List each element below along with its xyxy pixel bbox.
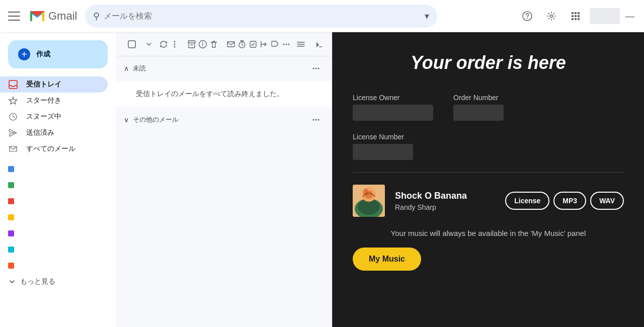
avatar[interactable] bbox=[590, 8, 620, 24]
sidebar-item-tag2[interactable] bbox=[0, 177, 108, 193]
sent-label: 送信済み bbox=[26, 128, 54, 137]
svg-point-17 bbox=[174, 43, 176, 45]
gmail-logo: Gmail bbox=[28, 7, 77, 25]
more-label: もっと見る bbox=[20, 277, 55, 286]
license-owner-group: License Owner bbox=[353, 94, 433, 121]
mark-read-icon[interactable] bbox=[226, 36, 235, 52]
expand-icon bbox=[8, 278, 16, 286]
svg-point-37 bbox=[363, 189, 368, 196]
svg-rect-22 bbox=[250, 41, 256, 47]
svg-point-2 bbox=[527, 18, 528, 19]
snooze-icon bbox=[8, 112, 18, 122]
svg-point-27 bbox=[315, 68, 317, 69]
fields-row-2: License Number bbox=[353, 133, 624, 160]
other-section-header: ∨ その他のメール bbox=[116, 108, 332, 132]
delete-icon[interactable] bbox=[209, 36, 218, 52]
more-options-icon[interactable] bbox=[170, 36, 179, 52]
svg-point-23 bbox=[283, 43, 285, 45]
other-more-icon[interactable] bbox=[308, 112, 324, 128]
sidebar-item-tag5[interactable] bbox=[0, 225, 108, 241]
snooze-toolbar-icon[interactable] bbox=[237, 36, 247, 52]
content-area: あ ∧ 未読 受信トレイのメールをすべて読み終えました。 bbox=[116, 32, 332, 327]
svg-point-24 bbox=[286, 43, 287, 45]
snoozed-label: スヌーズ中 bbox=[26, 112, 61, 121]
sidebar-item-starred[interactable]: スター付き bbox=[0, 93, 108, 109]
all-mail-label: すべてのメール bbox=[26, 144, 75, 153]
svg-point-29 bbox=[313, 119, 314, 121]
report-spam-icon[interactable] bbox=[198, 36, 207, 52]
svg-point-3 bbox=[550, 15, 553, 18]
email-list-area: ∧ 未読 受信トレイのメールをすべて読み終えました。 ∨ その他のメール bbox=[116, 56, 332, 327]
wav-button[interactable]: WAV bbox=[590, 192, 624, 210]
search-dropdown-icon[interactable]: ▾ bbox=[425, 11, 429, 22]
compose-button[interactable]: + 作成 bbox=[8, 40, 108, 68]
sidebar-item-tag4[interactable] bbox=[0, 209, 108, 225]
tag-color-7 bbox=[8, 263, 14, 269]
tag-color-1 bbox=[8, 166, 14, 172]
svg-point-28 bbox=[318, 68, 319, 69]
mp3-button[interactable]: MP3 bbox=[553, 192, 586, 210]
product-info: Shock O Banana Randy Sharp bbox=[395, 191, 495, 211]
select-all-checkbox[interactable] bbox=[124, 36, 140, 52]
search-bar[interactable]: ⚲ ▾ bbox=[85, 5, 437, 28]
svg-point-16 bbox=[174, 41, 176, 42]
sidebar-item-snoozed[interactable]: スヌーズ中 bbox=[0, 109, 108, 125]
apps-icon[interactable] bbox=[566, 6, 586, 26]
minimize-button[interactable]: — bbox=[624, 10, 636, 22]
inbox-icon bbox=[8, 79, 18, 90]
tag-color-6 bbox=[8, 247, 14, 253]
svg-rect-11 bbox=[575, 18, 577, 20]
svg-rect-7 bbox=[572, 15, 574, 17]
order-number-label: Order Number bbox=[453, 94, 504, 102]
svg-point-26 bbox=[313, 68, 314, 69]
svg-point-30 bbox=[315, 119, 317, 121]
sidebar-item-tag7[interactable] bbox=[0, 258, 108, 274]
task-icon[interactable] bbox=[249, 36, 258, 52]
tag-color-4 bbox=[8, 214, 14, 220]
svg-rect-4 bbox=[572, 12, 574, 14]
help-icon[interactable] bbox=[517, 6, 537, 26]
move-to-icon[interactable] bbox=[260, 36, 269, 52]
menu-icon[interactable] bbox=[8, 10, 20, 22]
toolbar-right: あ bbox=[293, 36, 332, 52]
unread-section-header: ∧ 未読 bbox=[116, 56, 332, 80]
svg-rect-13 bbox=[9, 80, 17, 89]
license-button[interactable]: License bbox=[505, 192, 549, 210]
svg-point-31 bbox=[318, 119, 319, 121]
refresh-icon[interactable] bbox=[159, 36, 168, 52]
svg-rect-20 bbox=[227, 42, 234, 47]
search-input[interactable] bbox=[104, 12, 421, 21]
unread-toggle-icon[interactable]: ∧ bbox=[124, 64, 129, 72]
sidebar-item-all[interactable]: すべてのメール bbox=[0, 141, 108, 157]
settings-icon[interactable] bbox=[541, 6, 561, 26]
sidebar-item-inbox[interactable]: 受信トレイ bbox=[0, 76, 108, 93]
tag-color-2 bbox=[8, 182, 14, 188]
more-link[interactable]: もっと見る bbox=[0, 274, 116, 290]
sidebar-item-tag1[interactable] bbox=[0, 161, 108, 177]
inbox-label: 受信トレイ bbox=[26, 80, 61, 89]
sidebar-item-tag6[interactable] bbox=[0, 241, 108, 258]
list-view-icon[interactable] bbox=[293, 36, 309, 52]
checkbox-group[interactable] bbox=[124, 36, 157, 52]
other-section-label: その他のメール bbox=[133, 115, 179, 124]
checkbox-dropdown-icon[interactable] bbox=[141, 36, 157, 52]
compose-plus-icon: + bbox=[18, 48, 30, 60]
tag-color-3 bbox=[8, 198, 14, 204]
sidebar-item-sent[interactable]: 送信済み bbox=[0, 125, 108, 141]
split-view-icon[interactable] bbox=[311, 36, 327, 52]
svg-rect-15 bbox=[128, 41, 135, 48]
more-toolbar-icon[interactable] bbox=[282, 36, 291, 52]
gmail-text: Gmail bbox=[48, 10, 77, 23]
sidebar-item-tag3[interactable] bbox=[0, 193, 108, 209]
other-toggle-icon[interactable]: ∨ bbox=[124, 116, 129, 124]
archive-icon[interactable] bbox=[187, 36, 196, 52]
starred-label: スター付き bbox=[26, 96, 61, 105]
my-music-button[interactable]: My Music bbox=[353, 248, 421, 271]
album-art bbox=[353, 185, 385, 217]
email-preview-panel: Your order is here License Owner Order N… bbox=[332, 32, 644, 327]
label-icon[interactable] bbox=[271, 36, 280, 52]
license-number-label: License Number bbox=[353, 133, 413, 141]
toolbar: あ bbox=[116, 32, 332, 56]
unread-more-icon[interactable] bbox=[308, 60, 324, 76]
inbox-empty-message: 受信トレイのメールをすべて読み終えました。 bbox=[116, 81, 332, 107]
